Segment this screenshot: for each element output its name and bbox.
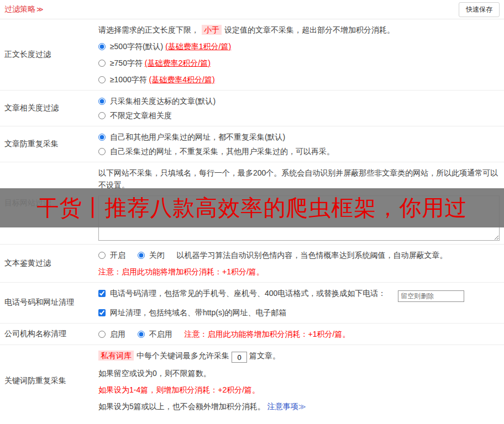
- row-phone-url-cleanup: 电话号码和网址清理 电话号码清理，包括常见的手机号、座机号、400电话格式，或替…: [0, 283, 504, 324]
- quick-save-button[interactable]: 快速保存: [459, 2, 500, 17]
- row-keyword-dedup: 关键词防重复采集 私有词库中每个关键词最多允许采集篇文章。 如果留空或设为0，则…: [0, 345, 504, 417]
- phone-cleanup-option[interactable]: 电话号码清理，包括常见的手机号、座机号、400电话格式，或替换成如下电话：: [98, 289, 388, 298]
- porn-filter-options: 开启 关闭 以机器学习算法自动识别色情内容，当色情概率达到系统阈值，自动屏蔽文章…: [98, 249, 500, 261]
- length-intro-suffix: 设定值的文章不采集，超出部分不增加积分消耗。: [224, 25, 395, 34]
- phone-cleanup-checkbox[interactable]: [98, 290, 106, 297]
- highlight-less-than: 小于: [202, 25, 222, 35]
- length-intro: 请选择需求的正文长度下限，小于设定值的文章不采集，超出部分不增加积分消耗。: [98, 24, 500, 36]
- keyword-limit-line: 私有词库中每个关键词最多允许采集篇文章。: [98, 349, 500, 363]
- relevance-filter-label: 文章相关度过滤: [0, 91, 98, 126]
- overlay-banner-text: 干货丨推荐八款高效率的爬虫框架，你用过: [37, 193, 468, 223]
- chevron-double-icon: ≫: [36, 6, 44, 13]
- keyword-dedup-label: 关键词防重复采集: [0, 345, 98, 417]
- dedup-option-global[interactable]: 自己和其他用户采集过的网址，都不重复采集(默认): [98, 131, 500, 143]
- length-option-750[interactable]: ≥750字符 (基础费率2积分/篇): [98, 57, 500, 69]
- url-cleanup-option[interactable]: 网址清理，包括纯域名、带http(s)的网址、电子邮箱: [98, 308, 287, 317]
- porn-filter-note: 注意：启用此功能将增加积分消耗：+1积分/篇。: [98, 266, 500, 278]
- company-radio-on[interactable]: [98, 331, 106, 338]
- highlight-private-lexicon: 私有词库: [98, 351, 134, 361]
- dedup-filter-label: 文章防重复采集: [0, 126, 98, 162]
- replacement-phone-input[interactable]: [398, 290, 464, 302]
- url-cleanup-checkbox[interactable]: [98, 309, 106, 316]
- company-cleanup-options: 启用 不启用 注意：启用此功能将增加积分消耗：+1积分/篇。: [98, 328, 500, 340]
- url-cleanup-text: 网址清理，包括纯域名、带http(s)的网址、电子邮箱: [110, 308, 287, 317]
- porn-radio-on[interactable]: [98, 252, 106, 259]
- porn-option-off-label: 关闭: [149, 251, 165, 259]
- relevance-option-strict[interactable]: 只采集相关度达标的文章(默认): [98, 95, 500, 107]
- page-title[interactable]: 过滤策略≫: [4, 4, 44, 14]
- keyword-limit-suffix: 篇文章。: [249, 351, 280, 360]
- dedup-radio-self[interactable]: [98, 148, 106, 155]
- overlay-banner: 干货丨推荐八款高效率的爬虫框架，你用过: [0, 188, 504, 227]
- keyword-limit-input[interactable]: [232, 352, 247, 363]
- length-option-500-label: ≥500字符(默认): [110, 42, 165, 51]
- relevance-radio-any[interactable]: [98, 112, 106, 119]
- phone-url-cleanup-label: 电话号码和网址清理: [0, 283, 98, 323]
- length-filter-label: 正文长度过滤: [0, 19, 98, 90]
- company-radio-off[interactable]: [138, 331, 145, 338]
- length-radio-750[interactable]: [98, 60, 106, 67]
- length-radio-1000[interactable]: [98, 76, 106, 83]
- porn-option-off[interactable]: 关闭: [138, 251, 167, 259]
- length-intro-prefix: 请选择需求的正文长度下限，: [98, 25, 199, 34]
- length-option-500-fee: (基础费率1积分/篇): [165, 42, 231, 51]
- phone-cleanup-line: 电话号码清理，包括常见的手机号、座机号、400电话格式，或替换成如下电话：: [98, 287, 500, 302]
- keyword-limit-mid: 中每个关键词最多允许采集: [136, 351, 229, 360]
- company-cleanup-label: 公司机构名称清理: [0, 324, 98, 344]
- keyword-rule-free: 如果设为5篇或以上，也不会额外增加积分消耗。 注意事项≫: [98, 400, 500, 412]
- topbar: 过滤策略≫ 快速保存: [0, 0, 504, 19]
- length-option-1000-fee: (基础费率4积分/篇): [149, 75, 215, 84]
- keyword-rule-fee: 如果设为1-4篇，则增加积分消耗：+2积分/篇。: [98, 384, 500, 396]
- length-option-1000-label: ≥1000字符: [110, 75, 149, 84]
- keyword-rule-free-text: 如果设为5篇或以上，也不会额外增加积分消耗。: [98, 402, 265, 411]
- relevance-option-strict-label: 只采集相关度达标的文章(默认): [110, 97, 216, 105]
- porn-radio-off[interactable]: [138, 252, 145, 259]
- length-radio-500[interactable]: [98, 43, 106, 50]
- url-cleanup-line: 网址清理，包括纯域名、带http(s)的网址、电子邮箱: [98, 306, 500, 319]
- relevance-option-any-label: 不限定文章相关度: [110, 111, 172, 120]
- notes-link[interactable]: 注意事项≫: [267, 402, 306, 411]
- relevance-radio-strict[interactable]: [98, 98, 106, 105]
- length-option-750-label: ≥750字符: [110, 59, 145, 67]
- length-option-500[interactable]: ≥500字符(默认) (基础费率1积分/篇): [98, 40, 500, 52]
- company-option-off-label: 不启用: [149, 330, 172, 338]
- row-company-cleanup: 公司机构名称清理 启用 不启用 注意：启用此功能将增加积分消耗：+1积分/篇。: [0, 324, 504, 345]
- relevance-option-any[interactable]: 不限定文章相关度: [98, 109, 500, 121]
- row-porn-filter: 文本鉴黄过滤 开启 关闭 以机器学习算法自动识别色情内容，当色情概率达到系统阈值…: [0, 245, 504, 283]
- row-length-filter: 正文长度过滤 请选择需求的正文长度下限，小于设定值的文章不采集，超出部分不增加积…: [0, 19, 504, 91]
- porn-option-on-label: 开启: [110, 251, 125, 259]
- porn-option-on[interactable]: 开启: [98, 251, 128, 259]
- dedup-radio-global[interactable]: [98, 134, 106, 141]
- length-option-750-fee: (基础费率2积分/篇): [145, 59, 211, 67]
- dedup-option-self[interactable]: 自己采集过的网址，不重复采集，其他用户采集过的，可以再采。: [98, 145, 500, 157]
- company-option-off[interactable]: 不启用: [138, 330, 175, 338]
- length-option-1000[interactable]: ≥1000字符 (基础费率4积分/篇): [98, 73, 500, 86]
- keyword-rule-unlimited: 如果留空或设为0，则不限篇数。: [98, 367, 500, 379]
- porn-filter-description: 以机器学习算法自动识别色情内容，当色情概率达到系统阈值，自动屏蔽文章。: [177, 251, 448, 259]
- row-dedup-filter: 文章防重复采集 自己和其他用户采集过的网址，都不重复采集(默认) 自己采集过的网…: [0, 126, 504, 162]
- porn-filter-label: 文本鉴黄过滤: [0, 245, 98, 282]
- dedup-option-self-label: 自己采集过的网址，不重复采集，其他用户采集过的，可以再采。: [110, 147, 334, 156]
- company-cleanup-note: 注意：启用此功能将增加积分消耗：+1积分/篇。: [185, 330, 350, 338]
- page-title-text: 过滤策略: [4, 4, 35, 13]
- company-option-on-label: 启用: [110, 330, 125, 338]
- dedup-option-global-label: 自己和其他用户采集过的网址，都不重复采集(默认): [110, 132, 285, 141]
- row-relevance-filter: 文章相关度过滤 只采集相关度达标的文章(默认) 不限定文章相关度: [0, 91, 504, 126]
- company-option-on[interactable]: 启用: [98, 330, 128, 338]
- phone-cleanup-text: 电话号码清理，包括常见的手机号、座机号、400电话格式，或替换成如下电话：: [110, 289, 386, 298]
- target-site-description: 以下网站不采集，只填域名，每行一个，最多200个。系统会自动识别并屏蔽那些非文章…: [98, 167, 500, 191]
